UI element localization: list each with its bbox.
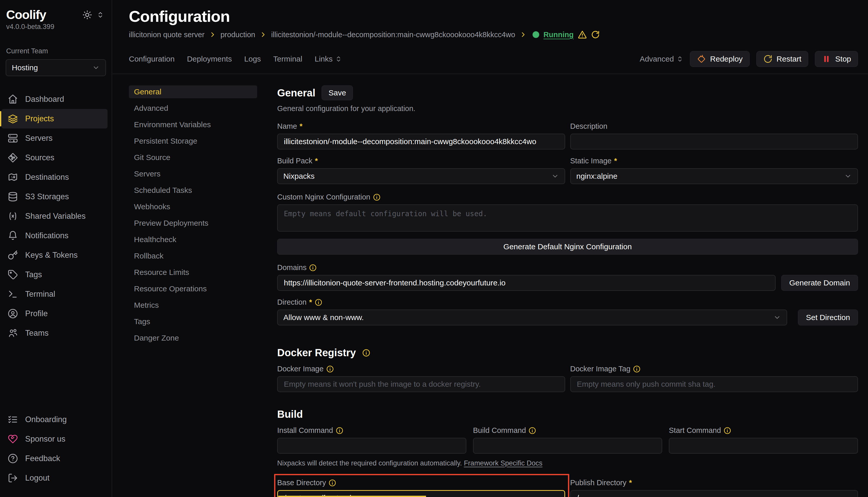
info-icon[interactable] <box>724 427 731 435</box>
subnav-item-servers[interactable]: Servers <box>129 168 257 180</box>
subnav-item-rollback[interactable]: Rollback <box>129 250 257 262</box>
map-icon <box>8 172 18 182</box>
domains-input[interactable] <box>277 275 776 291</box>
info-icon[interactable] <box>633 365 640 373</box>
build-command-input[interactable] <box>473 438 662 454</box>
tag-icon <box>8 270 18 280</box>
sidebar-item-shared-variables[interactable]: Shared Variables <box>2 207 108 226</box>
subnav-item-git-source[interactable]: Git Source <box>129 151 257 164</box>
generate-nginx-button[interactable]: Generate Default Nginx Configuration <box>277 239 858 255</box>
subnav-item-environment-variables[interactable]: Environment Variables <box>129 118 257 131</box>
cutoff-focused-element-edge <box>278 496 426 497</box>
theme-chevrons-icon[interactable] <box>97 11 104 18</box>
start-command-input[interactable] <box>669 438 858 454</box>
sidebar-item-sources[interactable]: Sources <box>2 148 108 168</box>
subnav-item-healthcheck[interactable]: Healthcheck <box>129 233 257 246</box>
generate-domain-button[interactable]: Generate Domain <box>781 275 858 291</box>
docker-image-tag-input[interactable] <box>570 376 858 392</box>
subnav-item-tags[interactable]: Tags <box>129 315 257 328</box>
user-circle-icon <box>8 309 18 319</box>
status-badge[interactable]: Running <box>543 30 574 39</box>
build-pack-field: Build Pack* Nixpacks <box>277 157 565 184</box>
sidebar-item-teams[interactable]: Teams <box>2 323 108 343</box>
subnav-item-general[interactable]: General <box>129 85 257 98</box>
sidebar-item-keys-tokens[interactable]: Keys & Tokens <box>2 245 108 265</box>
direction-select[interactable]: Allow www & non-www. <box>277 310 787 325</box>
name-input[interactable] <box>277 133 565 150</box>
info-icon[interactable] <box>362 349 370 357</box>
layers-icon <box>8 114 18 124</box>
tab-deployments[interactable]: Deployments <box>187 55 232 63</box>
set-direction-button[interactable]: Set Direction <box>798 310 858 325</box>
subnav-item-scheduled-tasks[interactable]: Scheduled Tasks <box>129 184 257 197</box>
info-icon[interactable] <box>336 427 343 435</box>
framework-docs-link[interactable]: Framework Specific Docs <box>464 459 542 467</box>
sidebar-item-logout[interactable]: Logout <box>2 468 108 488</box>
sidebar-item-profile[interactable]: Profile <box>2 304 108 323</box>
chevron-right-icon <box>209 31 216 38</box>
server-icon <box>8 133 18 143</box>
sidebar-item-onboarding[interactable]: Onboarding <box>2 410 108 429</box>
subnav-item-advanced[interactable]: Advanced <box>129 102 257 115</box>
subnav-item-webhooks[interactable]: Webhooks <box>129 200 257 213</box>
description-input[interactable] <box>570 133 858 150</box>
sidebar-item-dashboard[interactable]: Dashboard <box>2 89 108 109</box>
redeploy-button[interactable]: Redeploy <box>690 51 750 67</box>
info-icon[interactable] <box>326 365 334 373</box>
tab-configuration[interactable]: Configuration <box>129 55 175 63</box>
breadcrumb-application[interactable]: illicitestonion/-module--decomposition:m… <box>271 30 515 39</box>
subnav-item-resource-operations[interactable]: Resource Operations <box>129 282 257 295</box>
info-icon[interactable] <box>329 479 336 487</box>
sidebar-item-terminal[interactable]: Terminal <box>2 284 108 304</box>
custom-nginx-textarea[interactable] <box>277 204 858 231</box>
info-icon[interactable] <box>528 427 536 435</box>
sidebar-item-label: S3 Storages <box>25 192 69 201</box>
subnav-item-danger-zone[interactable]: Danger Zone <box>129 331 257 344</box>
sidebar-nav: DashboardProjectsServersSourcesDestinati… <box>0 89 112 343</box>
database-icon <box>8 191 18 202</box>
info-icon[interactable] <box>309 264 317 272</box>
warning-triangle-icon[interactable] <box>578 30 587 39</box>
terminal-prompt-icon <box>8 289 18 299</box>
sidebar-item-destinations[interactable]: Destinations <box>2 168 108 187</box>
sidebar-item-label: Sources <box>25 153 54 162</box>
sidebar-item-tags[interactable]: Tags <box>2 265 108 284</box>
save-button[interactable]: Save <box>321 85 353 100</box>
subnav-item-persistent-storage[interactable]: Persistent Storage <box>129 134 257 147</box>
section-title-docker-registry: Docker Registry <box>277 347 356 358</box>
breadcrumb-project[interactable]: illicitonion quote server <box>129 30 205 39</box>
tab-links[interactable]: Links <box>315 55 342 63</box>
settings-subnav: GeneralAdvancedEnvironment VariablesPers… <box>129 85 257 497</box>
sidebar-item-notifications[interactable]: Notifications <box>2 226 108 245</box>
sidebar-item-sponsor-us[interactable]: Sponsor us <box>2 429 108 449</box>
chevron-down-icon <box>92 64 100 72</box>
sidebar-item-label: Onboarding <box>25 415 67 424</box>
info-icon[interactable] <box>315 299 322 306</box>
sidebar-item-s3-storages[interactable]: S3 Storages <box>2 187 108 207</box>
sidebar-item-feedback[interactable]: Feedback <box>2 449 108 468</box>
tab-terminal[interactable]: Terminal <box>273 55 302 63</box>
sidebar-item-servers[interactable]: Servers <box>2 128 108 148</box>
static-image-select[interactable]: nginx:alpine <box>570 168 858 184</box>
build-pack-select[interactable]: Nixpacks <box>277 168 565 184</box>
breadcrumb-environment[interactable]: production <box>220 30 255 39</box>
docker-image-input[interactable] <box>277 376 565 392</box>
sidebar-item-label: Sponsor us <box>25 435 66 444</box>
stop-button[interactable]: Stop <box>815 51 858 67</box>
refresh-status-icon[interactable] <box>591 30 600 39</box>
restart-button[interactable]: Restart <box>756 51 809 67</box>
advanced-dropdown[interactable]: Advanced <box>639 55 683 63</box>
publish-directory-input[interactable] <box>570 490 858 497</box>
sidebar-item-label: Terminal <box>25 289 55 299</box>
theme-toggle-sun-icon[interactable] <box>82 10 92 20</box>
info-icon[interactable] <box>373 193 381 201</box>
subnav-item-preview-deployments[interactable]: Preview Deployments <box>129 217 257 229</box>
install-command-input[interactable] <box>277 438 466 454</box>
subnav-item-metrics[interactable]: Metrics <box>129 299 257 312</box>
team-select[interactable]: Hosting <box>6 59 106 76</box>
static-image-field: Static Image* nginx:alpine <box>570 157 858 184</box>
subnav-item-resource-limits[interactable]: Resource Limits <box>129 266 257 279</box>
tab-logs[interactable]: Logs <box>244 55 261 63</box>
stop-pause-icon <box>822 54 831 63</box>
sidebar-item-projects[interactable]: Projects <box>2 109 108 128</box>
